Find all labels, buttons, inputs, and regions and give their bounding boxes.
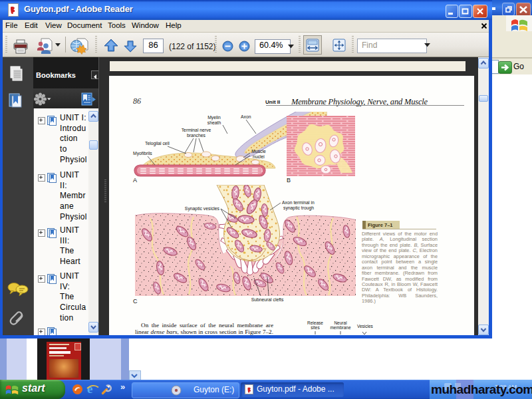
svg-text:Subneural clefts: Subneural clefts xyxy=(251,297,284,302)
svg-text:C: C xyxy=(133,298,138,305)
svg-text:nuclei: nuclei xyxy=(253,154,265,159)
svg-text:Muscle: Muscle xyxy=(251,149,266,154)
svg-text:Myofibrils: Myofibrils xyxy=(133,151,152,156)
svg-text:Synaptic vesicles: Synaptic vesicles xyxy=(185,206,220,211)
svg-text:Telogilal cell: Telogilal cell xyxy=(145,141,170,146)
svg-text:A: A xyxy=(133,177,137,184)
svg-text:branches: branches xyxy=(187,133,206,138)
svg-text:sheath: sheath xyxy=(207,120,221,125)
svg-text:e: e xyxy=(87,382,92,396)
svg-text:synaptic trough: synaptic trough xyxy=(283,205,314,211)
svg-text:Axon terminal in: Axon terminal in xyxy=(282,200,315,205)
svg-text:Terminal nerve: Terminal nerve xyxy=(182,128,211,132)
svg-text:Myelin: Myelin xyxy=(207,115,221,120)
svg-text:Axon: Axon xyxy=(241,114,251,119)
